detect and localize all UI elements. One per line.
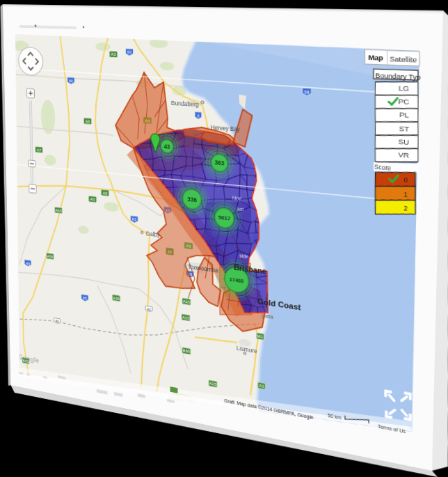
svg-text:PC: PC [398, 97, 409, 106]
svg-text:363: 363 [215, 159, 225, 168]
svg-text:A3: A3 [145, 118, 150, 123]
svg-text:A5: A5 [86, 119, 90, 124]
svg-text:85: 85 [83, 295, 87, 300]
svg-text:VR: VR [398, 150, 409, 160]
svg-text:82: 82 [132, 217, 136, 221]
svg-text:A55: A55 [55, 208, 61, 212]
svg-text:Map: Map [368, 53, 383, 62]
svg-text:3: 3 [197, 113, 199, 118]
svg-text:side: side [239, 252, 248, 259]
svg-text:LG: LG [399, 84, 410, 93]
svg-text:SU: SU [398, 137, 409, 147]
svg-text:M1: M1 [257, 334, 264, 339]
svg-text:49: 49 [26, 260, 30, 265]
svg-text:A55: A55 [47, 253, 53, 258]
svg-text:60: 60 [127, 49, 131, 54]
svg-text:46: 46 [55, 318, 59, 323]
svg-text:A5: A5 [103, 190, 108, 195]
svg-text:Score: Score [374, 163, 391, 172]
svg-text:2: 2 [403, 204, 408, 212]
svg-text:0: 0 [403, 176, 408, 185]
svg-text:336: 336 [187, 196, 197, 204]
svg-text:A3: A3 [111, 52, 116, 57]
svg-text:58: 58 [304, 89, 309, 95]
svg-text:43: 43 [164, 143, 170, 150]
svg-text:hine: hine [232, 194, 242, 201]
svg-text:A3: A3 [186, 243, 191, 249]
svg-text:42: 42 [168, 249, 172, 253]
svg-text:A7: A7 [37, 148, 41, 153]
svg-text:PL: PL [399, 111, 409, 120]
svg-text:A3: A3 [90, 196, 95, 201]
svg-text:42: 42 [147, 306, 151, 311]
svg-text:Satellite: Satellite [390, 54, 417, 64]
svg-text:A1: A1 [259, 383, 264, 389]
svg-text:60: 60 [69, 79, 73, 84]
svg-text:1: 1 [403, 190, 408, 198]
svg-text:ST: ST [399, 124, 410, 134]
